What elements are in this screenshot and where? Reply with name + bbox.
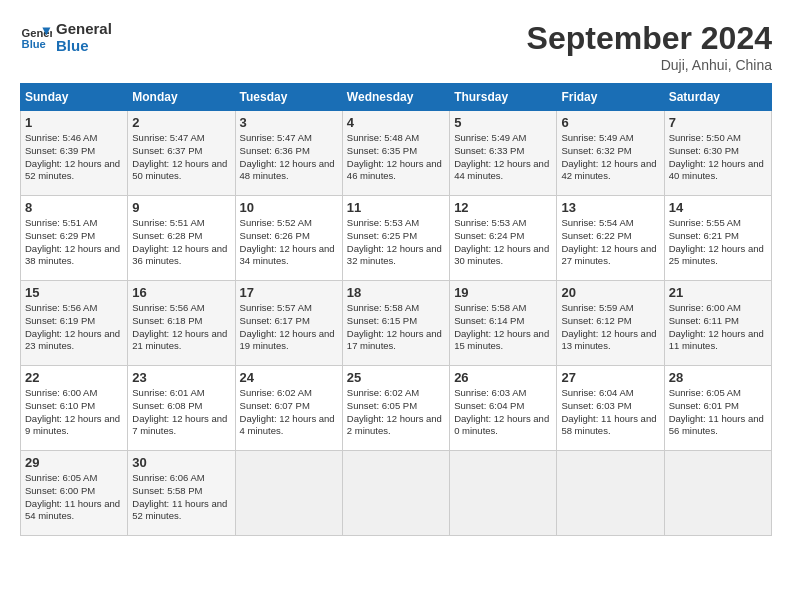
calendar-week-2: 8Sunrise: 5:51 AM Sunset: 6:29 PM Daylig…: [21, 196, 772, 281]
weekday-header-wednesday: Wednesday: [342, 84, 449, 111]
calendar-table: SundayMondayTuesdayWednesdayThursdayFrid…: [20, 83, 772, 536]
day-info: Sunrise: 5:54 AM Sunset: 6:22 PM Dayligh…: [561, 217, 659, 268]
day-info: Sunrise: 5:48 AM Sunset: 6:35 PM Dayligh…: [347, 132, 445, 183]
day-number: 20: [561, 285, 659, 300]
calendar-cell: [557, 451, 664, 536]
day-info: Sunrise: 5:46 AM Sunset: 6:39 PM Dayligh…: [25, 132, 123, 183]
day-info: Sunrise: 5:57 AM Sunset: 6:17 PM Dayligh…: [240, 302, 338, 353]
day-info: Sunrise: 5:49 AM Sunset: 6:33 PM Dayligh…: [454, 132, 552, 183]
day-info: Sunrise: 6:03 AM Sunset: 6:04 PM Dayligh…: [454, 387, 552, 438]
calendar-cell: 29Sunrise: 6:05 AM Sunset: 6:00 PM Dayli…: [21, 451, 128, 536]
day-number: 29: [25, 455, 123, 470]
day-info: Sunrise: 5:51 AM Sunset: 6:29 PM Dayligh…: [25, 217, 123, 268]
calendar-cell: 16Sunrise: 5:56 AM Sunset: 6:18 PM Dayli…: [128, 281, 235, 366]
day-number: 4: [347, 115, 445, 130]
calendar-cell: 23Sunrise: 6:01 AM Sunset: 6:08 PM Dayli…: [128, 366, 235, 451]
day-info: Sunrise: 5:59 AM Sunset: 6:12 PM Dayligh…: [561, 302, 659, 353]
day-number: 1: [25, 115, 123, 130]
location-subtitle: Duji, Anhui, China: [527, 57, 772, 73]
day-number: 23: [132, 370, 230, 385]
month-title: September 2024: [527, 20, 772, 57]
day-number: 14: [669, 200, 767, 215]
day-info: Sunrise: 5:52 AM Sunset: 6:26 PM Dayligh…: [240, 217, 338, 268]
calendar-cell: 10Sunrise: 5:52 AM Sunset: 6:26 PM Dayli…: [235, 196, 342, 281]
weekday-header-thursday: Thursday: [450, 84, 557, 111]
day-number: 26: [454, 370, 552, 385]
day-info: Sunrise: 5:53 AM Sunset: 6:25 PM Dayligh…: [347, 217, 445, 268]
calendar-cell: 28Sunrise: 6:05 AM Sunset: 6:01 PM Dayli…: [664, 366, 771, 451]
day-info: Sunrise: 6:01 AM Sunset: 6:08 PM Dayligh…: [132, 387, 230, 438]
calendar-week-5: 29Sunrise: 6:05 AM Sunset: 6:00 PM Dayli…: [21, 451, 772, 536]
day-number: 19: [454, 285, 552, 300]
day-number: 9: [132, 200, 230, 215]
calendar-cell: [664, 451, 771, 536]
title-area: September 2024 Duji, Anhui, China: [527, 20, 772, 73]
calendar-cell: 9Sunrise: 5:51 AM Sunset: 6:28 PM Daylig…: [128, 196, 235, 281]
day-number: 18: [347, 285, 445, 300]
day-info: Sunrise: 5:56 AM Sunset: 6:18 PM Dayligh…: [132, 302, 230, 353]
calendar-cell: 1Sunrise: 5:46 AM Sunset: 6:39 PM Daylig…: [21, 111, 128, 196]
day-info: Sunrise: 5:47 AM Sunset: 6:36 PM Dayligh…: [240, 132, 338, 183]
day-info: Sunrise: 6:02 AM Sunset: 6:07 PM Dayligh…: [240, 387, 338, 438]
day-number: 13: [561, 200, 659, 215]
weekday-header-row: SundayMondayTuesdayWednesdayThursdayFrid…: [21, 84, 772, 111]
calendar-cell: 6Sunrise: 5:49 AM Sunset: 6:32 PM Daylig…: [557, 111, 664, 196]
calendar-cell: 13Sunrise: 5:54 AM Sunset: 6:22 PM Dayli…: [557, 196, 664, 281]
calendar-cell: [342, 451, 449, 536]
day-number: 7: [669, 115, 767, 130]
calendar-cell: 27Sunrise: 6:04 AM Sunset: 6:03 PM Dayli…: [557, 366, 664, 451]
calendar-cell: 20Sunrise: 5:59 AM Sunset: 6:12 PM Dayli…: [557, 281, 664, 366]
day-info: Sunrise: 5:49 AM Sunset: 6:32 PM Dayligh…: [561, 132, 659, 183]
day-number: 25: [347, 370, 445, 385]
calendar-cell: 14Sunrise: 5:55 AM Sunset: 6:21 PM Dayli…: [664, 196, 771, 281]
calendar-cell: 18Sunrise: 5:58 AM Sunset: 6:15 PM Dayli…: [342, 281, 449, 366]
day-number: 3: [240, 115, 338, 130]
day-number: 16: [132, 285, 230, 300]
calendar-cell: 4Sunrise: 5:48 AM Sunset: 6:35 PM Daylig…: [342, 111, 449, 196]
day-number: 8: [25, 200, 123, 215]
calendar-cell: [450, 451, 557, 536]
day-number: 17: [240, 285, 338, 300]
day-number: 28: [669, 370, 767, 385]
day-info: Sunrise: 5:55 AM Sunset: 6:21 PM Dayligh…: [669, 217, 767, 268]
day-info: Sunrise: 5:51 AM Sunset: 6:28 PM Dayligh…: [132, 217, 230, 268]
day-number: 5: [454, 115, 552, 130]
calendar-cell: 21Sunrise: 6:00 AM Sunset: 6:11 PM Dayli…: [664, 281, 771, 366]
day-number: 15: [25, 285, 123, 300]
calendar-cell: 24Sunrise: 6:02 AM Sunset: 6:07 PM Dayli…: [235, 366, 342, 451]
day-number: 6: [561, 115, 659, 130]
calendar-cell: 11Sunrise: 5:53 AM Sunset: 6:25 PM Dayli…: [342, 196, 449, 281]
day-info: Sunrise: 5:58 AM Sunset: 6:14 PM Dayligh…: [454, 302, 552, 353]
calendar-cell: [235, 451, 342, 536]
logo-icon: General Blue: [20, 21, 52, 53]
calendar-cell: 17Sunrise: 5:57 AM Sunset: 6:17 PM Dayli…: [235, 281, 342, 366]
weekday-header-saturday: Saturday: [664, 84, 771, 111]
day-info: Sunrise: 6:04 AM Sunset: 6:03 PM Dayligh…: [561, 387, 659, 438]
weekday-header-tuesday: Tuesday: [235, 84, 342, 111]
day-number: 22: [25, 370, 123, 385]
logo-text-general: General: [56, 20, 112, 37]
day-number: 24: [240, 370, 338, 385]
day-info: Sunrise: 6:00 AM Sunset: 6:10 PM Dayligh…: [25, 387, 123, 438]
day-number: 12: [454, 200, 552, 215]
calendar-week-3: 15Sunrise: 5:56 AM Sunset: 6:19 PM Dayli…: [21, 281, 772, 366]
day-number: 21: [669, 285, 767, 300]
day-info: Sunrise: 6:02 AM Sunset: 6:05 PM Dayligh…: [347, 387, 445, 438]
calendar-cell: 5Sunrise: 5:49 AM Sunset: 6:33 PM Daylig…: [450, 111, 557, 196]
calendar-body: 1Sunrise: 5:46 AM Sunset: 6:39 PM Daylig…: [21, 111, 772, 536]
calendar-cell: 3Sunrise: 5:47 AM Sunset: 6:36 PM Daylig…: [235, 111, 342, 196]
weekday-header-monday: Monday: [128, 84, 235, 111]
calendar-cell: 22Sunrise: 6:00 AM Sunset: 6:10 PM Dayli…: [21, 366, 128, 451]
day-info: Sunrise: 5:50 AM Sunset: 6:30 PM Dayligh…: [669, 132, 767, 183]
calendar-cell: 19Sunrise: 5:58 AM Sunset: 6:14 PM Dayli…: [450, 281, 557, 366]
day-info: Sunrise: 5:56 AM Sunset: 6:19 PM Dayligh…: [25, 302, 123, 353]
day-number: 30: [132, 455, 230, 470]
day-info: Sunrise: 6:05 AM Sunset: 6:01 PM Dayligh…: [669, 387, 767, 438]
weekday-header-sunday: Sunday: [21, 84, 128, 111]
calendar-week-4: 22Sunrise: 6:00 AM Sunset: 6:10 PM Dayli…: [21, 366, 772, 451]
calendar-cell: 26Sunrise: 6:03 AM Sunset: 6:04 PM Dayli…: [450, 366, 557, 451]
day-info: Sunrise: 6:05 AM Sunset: 6:00 PM Dayligh…: [25, 472, 123, 523]
day-info: Sunrise: 6:06 AM Sunset: 5:58 PM Dayligh…: [132, 472, 230, 523]
calendar-cell: 8Sunrise: 5:51 AM Sunset: 6:29 PM Daylig…: [21, 196, 128, 281]
calendar-cell: 30Sunrise: 6:06 AM Sunset: 5:58 PM Dayli…: [128, 451, 235, 536]
